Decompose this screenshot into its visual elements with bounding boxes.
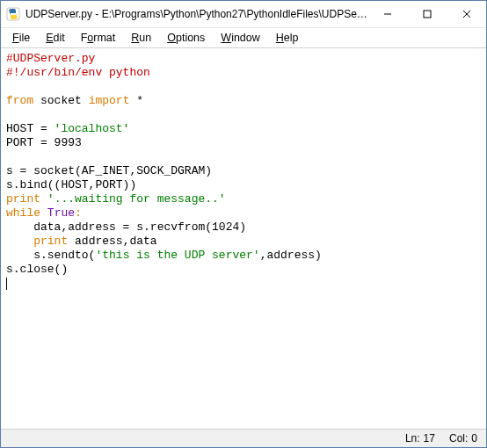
minimize-button[interactable] xyxy=(367,1,407,27)
menubar: File Edit Format Run Options Window Help xyxy=(1,28,486,48)
python-idle-icon xyxy=(6,7,20,21)
close-button[interactable] xyxy=(447,1,486,27)
code-line: s.close() xyxy=(6,263,68,276)
svg-rect-2 xyxy=(424,11,431,18)
code-token: ,address) xyxy=(260,249,322,262)
window-title: UDPServer.py - E:\Programs\Python\Python… xyxy=(25,8,367,20)
code-line: data,address = s.recvfrom(1024) xyxy=(6,220,246,234)
text-caret xyxy=(6,278,7,290)
menu-run[interactable]: Run xyxy=(123,30,159,46)
menu-format[interactable]: Format xyxy=(73,30,124,46)
menu-file[interactable]: File xyxy=(4,30,38,46)
code-token xyxy=(40,192,47,206)
code-editor[interactable]: #UDPServer.py #!/usr/bin/env python from… xyxy=(1,48,486,429)
code-token: print xyxy=(6,192,40,206)
statusbar: Ln: 17 Col: 0 xyxy=(1,429,486,447)
code-line: PORT = 9993 xyxy=(6,136,82,149)
code-token: import xyxy=(89,94,130,107)
code-token: s.sendto( xyxy=(6,249,95,262)
titlebar: UDPServer.py - E:\Programs\Python\Python… xyxy=(1,1,486,28)
menu-options[interactable]: Options xyxy=(159,30,213,46)
code-token: * xyxy=(129,94,143,107)
status-col-label: Col: xyxy=(449,432,468,444)
code-token: True xyxy=(47,206,75,220)
code-line: s.bind((HOST,PORT)) xyxy=(6,178,136,191)
maximize-button[interactable] xyxy=(407,1,447,27)
menu-edit[interactable]: Edit xyxy=(38,30,73,46)
code-token: print xyxy=(33,235,68,248)
status-ln-label: Ln: xyxy=(405,432,420,444)
code-token: '...waiting for message..' xyxy=(47,192,226,206)
code-token: while xyxy=(6,206,40,220)
code-token: HOST = xyxy=(6,122,55,135)
code-token: : xyxy=(75,206,82,220)
code-line: #!/usr/bin/env python xyxy=(6,66,150,79)
code-token: address,data xyxy=(68,235,156,248)
menu-window[interactable]: Window xyxy=(213,30,267,46)
status-col-value: 0 xyxy=(471,432,477,444)
code-token xyxy=(6,235,33,248)
menu-help[interactable]: Help xyxy=(268,30,307,46)
window: UDPServer.py - E:\Programs\Python\Python… xyxy=(0,0,487,448)
status-ln-value: 17 xyxy=(424,432,435,444)
code-token: 'localhost' xyxy=(55,122,130,135)
code-token: from xyxy=(6,94,33,107)
code-token: 'this is the UDP server' xyxy=(95,249,259,262)
code-line: s = socket(AF_INET,SOCK_DGRAM) xyxy=(6,164,212,177)
code-token xyxy=(40,206,47,220)
code-line: #UDPServer.py xyxy=(6,52,95,65)
code-token: socket xyxy=(33,94,88,107)
